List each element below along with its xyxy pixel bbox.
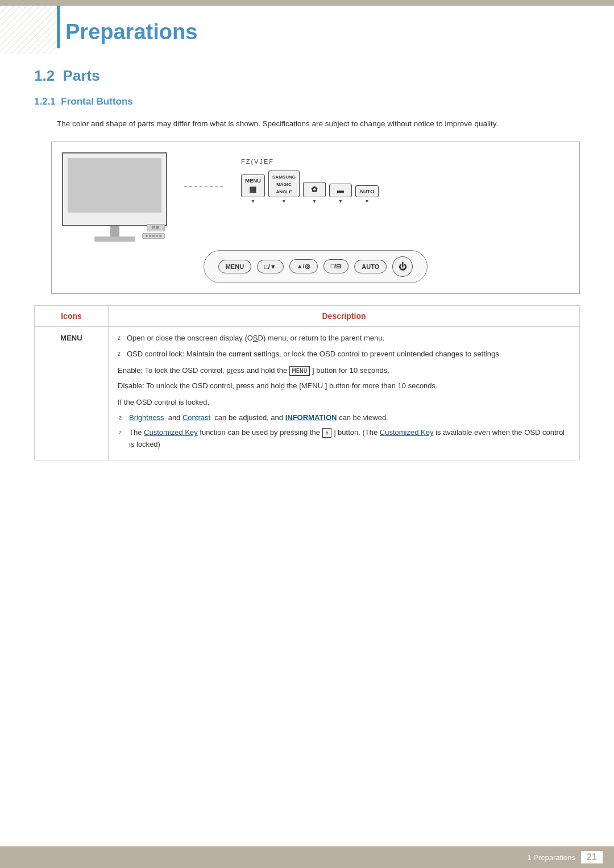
table-row: MENU Open or close the onscreen display … [35,326,580,460]
icon-block-menu: MENU▦ ▼ [241,175,265,205]
dashed-connector [184,181,224,194]
sub-desc-item-2: The Customized Key function can be used … [118,427,570,451]
top-icon-buttons-row: MENU▦ ▼ SAMSUNGMAGICANGLE ▼ ✿ [241,171,569,205]
samsung-label: SAMSUNGMAGICANGLE [272,175,296,195]
button-icons-area: FZ(VJEF MENU▦ ▼ SAMSUNGMAGICANGLE [241,152,569,210]
brightness-icon-btn: ✿ [303,182,326,198]
up-key: ↑ [322,428,332,438]
intro-text: The color and shape of parts may differ … [57,118,580,130]
brightness-link: Brightness [129,413,164,422]
input-icon-btn: ▬ [329,184,352,198]
input-arrow: ▼ [329,198,352,204]
customized-key-link-2: Customized Key [380,428,434,437]
samsung-icon-btn: SAMSUNGMAGICANGLE [268,171,300,198]
monitor-frame: ⊟⊞ [62,152,167,226]
footer-label: 1 Preparations [527,853,575,862]
power-button[interactable]: ⏻ [392,256,413,277]
diagram-section: ⊟⊞ FZ(VJEF MENU▦ [51,142,580,294]
description-cell: Open or close the onscreen display (OSD)… [109,326,580,460]
section-number: 1.2 [34,67,55,84]
menu-icon-text: MENU [60,334,82,342]
menu-icon-btn: MENU▦ [241,175,265,198]
menu-icon-label: MENU▦ [245,177,261,193]
diagram-label: FZ(VJEF [241,158,569,165]
menu-key-1: MENU [289,366,310,376]
page-footer: 1 Preparations 21 [0,846,614,868]
table-header-icons: Icons [35,305,109,326]
source-down-button[interactable]: □/▼ [257,260,284,273]
customized-key-link-1: Customized Key [144,428,198,437]
menu-arrow: ▼ [241,198,265,204]
icon-block-auto: AUTO ▼ [355,185,379,204]
samsung-arrow: ▼ [268,198,300,204]
page-title: Preparations [65,20,580,44]
subsection-title: Frontal Buttons [61,96,133,107]
source-down-label: □/▼ [264,263,276,270]
brightness-arrow: ▼ [303,198,326,204]
sub-desc-list: Brightness and Contrast can be adjusted,… [118,412,570,451]
monitor-connector-label: ⊟⊞ [147,224,165,231]
diagram-top-part: ⊟⊞ FZ(VJEF MENU▦ [62,152,569,242]
desc-if-locked: If the OSD control is locked, [118,397,570,409]
auto-button[interactable]: AUTO [354,260,387,273]
up-label: ▲/◎ [297,263,310,269]
information-link: INFORMATION [285,413,337,422]
power-icon: ⏻ [399,262,406,271]
contrast-link: Contrast [182,413,210,422]
subsection-heading: 1.2.1 Frontal Buttons [34,96,580,107]
bottom-buttons-area: MENU □/▼ ▲/◎ □/⊟ AUTO [62,250,569,283]
monitor-button-cluster [142,233,165,239]
icon-block-input: ▬ ▼ [329,184,352,205]
table-header-description: Description [109,305,580,326]
sub-desc-item-1: Brightness and Contrast can be adjusted,… [118,412,570,424]
section-title: Parts [63,67,100,84]
desc-disable: Disable: To unlock the OSD control, pres… [118,380,570,392]
description-list: Open or close the onscreen display (OSD)… [118,333,570,361]
footer-page-number: 21 [581,851,603,863]
info-table: Icons Description MENU Open or close the… [34,305,580,460]
auto-arrow: ▼ [355,198,379,204]
monitor-screen [68,158,161,213]
input-switch-button[interactable]: □/⊟ [323,259,349,273]
input-switch-label: □/⊟ [331,263,342,269]
monitor-illustration: ⊟⊞ [62,152,167,242]
auto-icon-btn: AUTO [355,185,379,197]
icon-label-cell: MENU [35,326,109,460]
desc-item-2: OSD control lock: Maintain the current s… [118,348,570,360]
desc-item-1: Open or close the onscreen display (OSD)… [118,333,570,344]
icon-block-samsung: SAMSUNGMAGICANGLE ▼ [268,171,300,205]
desc-enable: Enable: To lock the OSD control, press a… [118,365,570,377]
auto-button-label: AUTO [362,263,379,270]
monitor-base [94,236,135,242]
section-heading: 1.2 Parts [34,67,580,85]
icon-block-brightness: ✿ ▼ [303,182,326,205]
menu-button[interactable]: MENU [218,260,251,273]
front-button-panel: MENU □/▼ ▲/◎ □/⊟ AUTO [204,250,428,283]
menu-button-label: MENU [226,263,244,270]
up-button[interactable]: ▲/◎ [289,259,318,273]
monitor-stand [110,226,119,236]
subsection-number: 1.2.1 [34,96,56,107]
